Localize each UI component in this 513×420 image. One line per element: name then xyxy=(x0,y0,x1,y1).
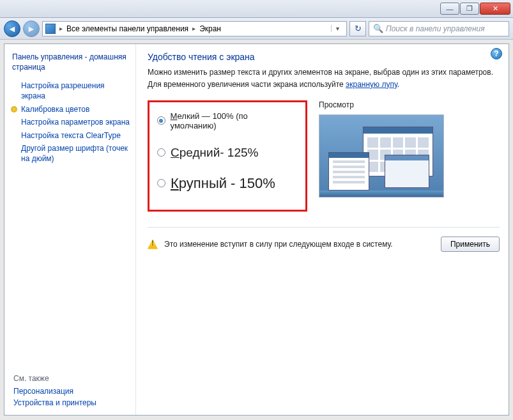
see-also-personalization[interactable]: Персонализация xyxy=(13,387,130,396)
back-button[interactable]: ◄ xyxy=(4,20,20,37)
main-panel: ? Удобство чтения с экрана Можно изменит… xyxy=(135,44,509,415)
forward-button[interactable]: ► xyxy=(23,20,40,37)
radio-medium[interactable] xyxy=(157,148,165,157)
control-panel-icon xyxy=(45,24,56,34)
sidebar-link-calibration[interactable]: Калибровка цветов xyxy=(21,105,130,115)
option-small-label: Мелкий — 100% (по умолчанию) xyxy=(171,111,291,130)
notice-row: Это изменение вступит в силу при следующ… xyxy=(148,227,500,252)
breadcrumb-item[interactable]: Все элементы панели управления xyxy=(66,24,188,33)
close-button[interactable]: ✕ xyxy=(480,3,510,15)
sidebar-link-resolution[interactable]: Настройка разрешения экрана xyxy=(21,81,130,101)
radio-large[interactable] xyxy=(157,179,165,187)
magnifier-link[interactable]: экранную лупу xyxy=(346,80,397,89)
search-placeholder: Поиск в панели управления xyxy=(386,24,485,33)
warning-icon xyxy=(148,239,158,249)
search-input[interactable]: 🔍 Поиск в панели управления xyxy=(369,21,509,36)
preview-column: Просмотр xyxy=(319,100,500,198)
size-options-group: Мелкий — 100% (по умолчанию) Средний- 12… xyxy=(148,100,307,212)
help-icon[interactable]: ? xyxy=(491,48,502,59)
option-large-label: Крупный - 150% xyxy=(171,175,275,192)
see-also-devices[interactable]: Устройства и принтеры xyxy=(13,398,130,407)
titlebar: — ❐ ✕ xyxy=(0,0,513,18)
desc-text: . xyxy=(397,80,399,89)
option-medium[interactable]: Средний- 125% xyxy=(157,146,291,160)
maximize-button[interactable]: ❐ xyxy=(460,3,479,15)
sidebar-link-display-settings[interactable]: Настройка параметров экрана xyxy=(21,118,130,128)
apply-button[interactable]: Применить xyxy=(441,237,500,252)
page-description: Можно изменить размер текста и других эл… xyxy=(148,67,500,78)
option-medium-label: Средний- 125% xyxy=(171,146,258,160)
option-small[interactable]: Мелкий — 100% (по умолчанию) xyxy=(157,111,291,130)
content-frame: Панель управления - домашняя страница На… xyxy=(4,43,509,416)
refresh-button[interactable]: ↻ xyxy=(349,21,366,36)
address-bar: ◄ ► ▸ Все элементы панели управления ▸ Э… xyxy=(0,18,513,40)
sidebar-link-cleartype[interactable]: Настройка текста ClearType xyxy=(21,131,130,141)
breadcrumb-dropdown[interactable]: ▾ xyxy=(331,25,344,32)
window-controls: — ❐ ✕ xyxy=(440,3,510,15)
search-icon: 🔍 xyxy=(373,24,383,33)
control-panel-home-link[interactable]: Панель управления - домашняя страница xyxy=(12,52,130,72)
breadcrumb[interactable]: ▸ Все элементы панели управления ▸ Экран… xyxy=(42,21,347,36)
breadcrumb-item[interactable]: Экран xyxy=(199,24,221,33)
chevron-right-icon: ▸ xyxy=(192,25,195,32)
radio-small[interactable] xyxy=(157,116,165,125)
notice-text: Это изменение вступит в силу при следующ… xyxy=(164,240,434,249)
sidebar-link-custom-dpi[interactable]: Другой размер шрифта (точек на дюйм) xyxy=(21,144,130,164)
option-large[interactable]: Крупный - 150% xyxy=(157,175,291,192)
see-also-label: См. также xyxy=(13,374,130,383)
minimize-button[interactable]: — xyxy=(440,3,459,15)
page-description-2: Для временного увеличения части экрана и… xyxy=(148,79,500,90)
chevron-right-icon: ▸ xyxy=(59,25,63,32)
page-title: Удобство чтения с экрана xyxy=(148,52,500,62)
preview-image xyxy=(319,114,444,198)
preview-label: Просмотр xyxy=(319,100,500,109)
sidebar: Панель управления - домашняя страница На… xyxy=(4,44,135,415)
desc-text: Для временного увеличения части экрана и… xyxy=(148,80,346,89)
